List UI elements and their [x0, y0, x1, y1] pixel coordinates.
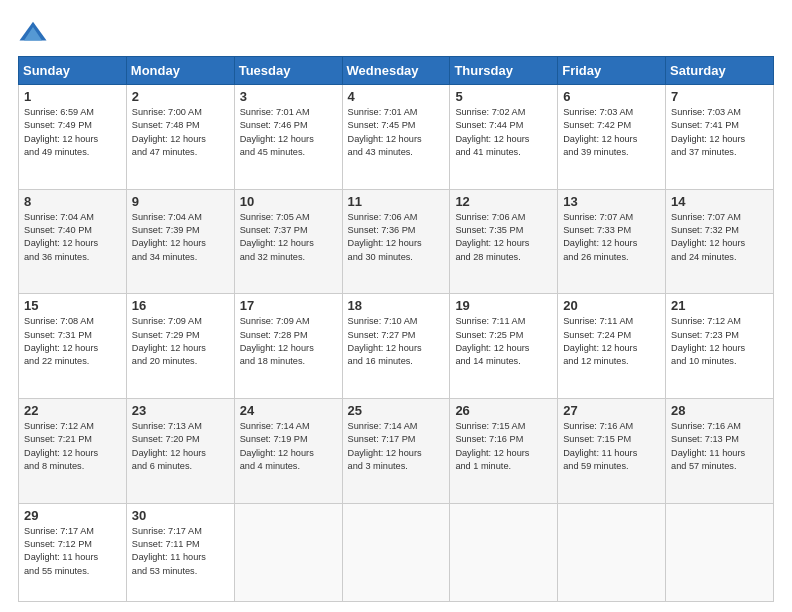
day-info: Sunrise: 7:09 AM Sunset: 7:28 PM Dayligh… — [240, 315, 337, 368]
calendar-cell: 5Sunrise: 7:02 AM Sunset: 7:44 PM Daylig… — [450, 85, 558, 190]
calendar-header-tuesday: Tuesday — [234, 57, 342, 85]
calendar-cell: 28Sunrise: 7:16 AM Sunset: 7:13 PM Dayli… — [666, 398, 774, 503]
day-number: 28 — [671, 403, 768, 418]
day-info: Sunrise: 7:04 AM Sunset: 7:40 PM Dayligh… — [24, 211, 121, 264]
calendar-cell: 18Sunrise: 7:10 AM Sunset: 7:27 PM Dayli… — [342, 294, 450, 399]
day-number: 18 — [348, 298, 445, 313]
day-info: Sunrise: 7:11 AM Sunset: 7:24 PM Dayligh… — [563, 315, 660, 368]
day-info: Sunrise: 7:06 AM Sunset: 7:35 PM Dayligh… — [455, 211, 552, 264]
calendar-cell: 12Sunrise: 7:06 AM Sunset: 7:35 PM Dayli… — [450, 189, 558, 294]
day-number: 26 — [455, 403, 552, 418]
day-number: 19 — [455, 298, 552, 313]
logo — [18, 18, 52, 48]
calendar-cell: 19Sunrise: 7:11 AM Sunset: 7:25 PM Dayli… — [450, 294, 558, 399]
calendar-week-1: 1Sunrise: 6:59 AM Sunset: 7:49 PM Daylig… — [19, 85, 774, 190]
day-number: 5 — [455, 89, 552, 104]
day-info: Sunrise: 7:07 AM Sunset: 7:33 PM Dayligh… — [563, 211, 660, 264]
day-info: Sunrise: 7:03 AM Sunset: 7:41 PM Dayligh… — [671, 106, 768, 159]
calendar-header-saturday: Saturday — [666, 57, 774, 85]
day-number: 12 — [455, 194, 552, 209]
calendar-cell: 10Sunrise: 7:05 AM Sunset: 7:37 PM Dayli… — [234, 189, 342, 294]
day-number: 8 — [24, 194, 121, 209]
day-number: 20 — [563, 298, 660, 313]
day-number: 7 — [671, 89, 768, 104]
day-info: Sunrise: 7:10 AM Sunset: 7:27 PM Dayligh… — [348, 315, 445, 368]
calendar-week-4: 22Sunrise: 7:12 AM Sunset: 7:21 PM Dayli… — [19, 398, 774, 503]
day-info: Sunrise: 6:59 AM Sunset: 7:49 PM Dayligh… — [24, 106, 121, 159]
day-info: Sunrise: 7:01 AM Sunset: 7:45 PM Dayligh… — [348, 106, 445, 159]
day-info: Sunrise: 7:05 AM Sunset: 7:37 PM Dayligh… — [240, 211, 337, 264]
day-number: 21 — [671, 298, 768, 313]
day-info: Sunrise: 7:16 AM Sunset: 7:13 PM Dayligh… — [671, 420, 768, 473]
day-info: Sunrise: 7:14 AM Sunset: 7:17 PM Dayligh… — [348, 420, 445, 473]
calendar-cell: 8Sunrise: 7:04 AM Sunset: 7:40 PM Daylig… — [19, 189, 127, 294]
day-number: 25 — [348, 403, 445, 418]
calendar-cell: 26Sunrise: 7:15 AM Sunset: 7:16 PM Dayli… — [450, 398, 558, 503]
day-info: Sunrise: 7:17 AM Sunset: 7:12 PM Dayligh… — [24, 525, 121, 578]
calendar-cell: 16Sunrise: 7:09 AM Sunset: 7:29 PM Dayli… — [126, 294, 234, 399]
calendar-cell: 1Sunrise: 6:59 AM Sunset: 7:49 PM Daylig… — [19, 85, 127, 190]
day-info: Sunrise: 7:04 AM Sunset: 7:39 PM Dayligh… — [132, 211, 229, 264]
day-number: 30 — [132, 508, 229, 523]
day-info: Sunrise: 7:03 AM Sunset: 7:42 PM Dayligh… — [563, 106, 660, 159]
day-number: 2 — [132, 89, 229, 104]
day-number: 23 — [132, 403, 229, 418]
day-info: Sunrise: 7:09 AM Sunset: 7:29 PM Dayligh… — [132, 315, 229, 368]
day-info: Sunrise: 7:13 AM Sunset: 7:20 PM Dayligh… — [132, 420, 229, 473]
calendar-header-friday: Friday — [558, 57, 666, 85]
day-number: 3 — [240, 89, 337, 104]
day-number: 24 — [240, 403, 337, 418]
calendar-cell: 6Sunrise: 7:03 AM Sunset: 7:42 PM Daylig… — [558, 85, 666, 190]
calendar-header-thursday: Thursday — [450, 57, 558, 85]
page: SundayMondayTuesdayWednesdayThursdayFrid… — [0, 0, 792, 612]
calendar-header-row: SundayMondayTuesdayWednesdayThursdayFrid… — [19, 57, 774, 85]
day-info: Sunrise: 7:00 AM Sunset: 7:48 PM Dayligh… — [132, 106, 229, 159]
calendar-cell: 30Sunrise: 7:17 AM Sunset: 7:11 PM Dayli… — [126, 503, 234, 602]
day-info: Sunrise: 7:17 AM Sunset: 7:11 PM Dayligh… — [132, 525, 229, 578]
day-info: Sunrise: 7:12 AM Sunset: 7:21 PM Dayligh… — [24, 420, 121, 473]
day-info: Sunrise: 7:14 AM Sunset: 7:19 PM Dayligh… — [240, 420, 337, 473]
day-info: Sunrise: 7:15 AM Sunset: 7:16 PM Dayligh… — [455, 420, 552, 473]
calendar-cell: 15Sunrise: 7:08 AM Sunset: 7:31 PM Dayli… — [19, 294, 127, 399]
calendar-cell: 25Sunrise: 7:14 AM Sunset: 7:17 PM Dayli… — [342, 398, 450, 503]
day-number: 9 — [132, 194, 229, 209]
day-info: Sunrise: 7:12 AM Sunset: 7:23 PM Dayligh… — [671, 315, 768, 368]
calendar-cell: 27Sunrise: 7:16 AM Sunset: 7:15 PM Dayli… — [558, 398, 666, 503]
calendar-cell: 23Sunrise: 7:13 AM Sunset: 7:20 PM Dayli… — [126, 398, 234, 503]
calendar-cell — [450, 503, 558, 602]
calendar-table: SundayMondayTuesdayWednesdayThursdayFrid… — [18, 56, 774, 602]
header — [18, 18, 774, 48]
day-number: 16 — [132, 298, 229, 313]
day-number: 13 — [563, 194, 660, 209]
day-number: 1 — [24, 89, 121, 104]
calendar-cell: 14Sunrise: 7:07 AM Sunset: 7:32 PM Dayli… — [666, 189, 774, 294]
calendar-cell: 2Sunrise: 7:00 AM Sunset: 7:48 PM Daylig… — [126, 85, 234, 190]
calendar-cell: 4Sunrise: 7:01 AM Sunset: 7:45 PM Daylig… — [342, 85, 450, 190]
calendar-cell: 22Sunrise: 7:12 AM Sunset: 7:21 PM Dayli… — [19, 398, 127, 503]
day-info: Sunrise: 7:01 AM Sunset: 7:46 PM Dayligh… — [240, 106, 337, 159]
day-number: 29 — [24, 508, 121, 523]
calendar-cell: 13Sunrise: 7:07 AM Sunset: 7:33 PM Dayli… — [558, 189, 666, 294]
calendar-cell: 24Sunrise: 7:14 AM Sunset: 7:19 PM Dayli… — [234, 398, 342, 503]
calendar-header-sunday: Sunday — [19, 57, 127, 85]
day-info: Sunrise: 7:16 AM Sunset: 7:15 PM Dayligh… — [563, 420, 660, 473]
logo-icon — [18, 18, 48, 48]
calendar-cell — [666, 503, 774, 602]
day-number: 10 — [240, 194, 337, 209]
calendar-week-2: 8Sunrise: 7:04 AM Sunset: 7:40 PM Daylig… — [19, 189, 774, 294]
day-number: 6 — [563, 89, 660, 104]
calendar-cell — [234, 503, 342, 602]
calendar-header-monday: Monday — [126, 57, 234, 85]
calendar-header-wednesday: Wednesday — [342, 57, 450, 85]
calendar-cell — [558, 503, 666, 602]
calendar-cell: 7Sunrise: 7:03 AM Sunset: 7:41 PM Daylig… — [666, 85, 774, 190]
day-number: 27 — [563, 403, 660, 418]
day-number: 15 — [24, 298, 121, 313]
day-info: Sunrise: 7:08 AM Sunset: 7:31 PM Dayligh… — [24, 315, 121, 368]
day-number: 14 — [671, 194, 768, 209]
day-info: Sunrise: 7:11 AM Sunset: 7:25 PM Dayligh… — [455, 315, 552, 368]
day-number: 22 — [24, 403, 121, 418]
calendar-cell: 11Sunrise: 7:06 AM Sunset: 7:36 PM Dayli… — [342, 189, 450, 294]
calendar-cell — [342, 503, 450, 602]
calendar-week-3: 15Sunrise: 7:08 AM Sunset: 7:31 PM Dayli… — [19, 294, 774, 399]
